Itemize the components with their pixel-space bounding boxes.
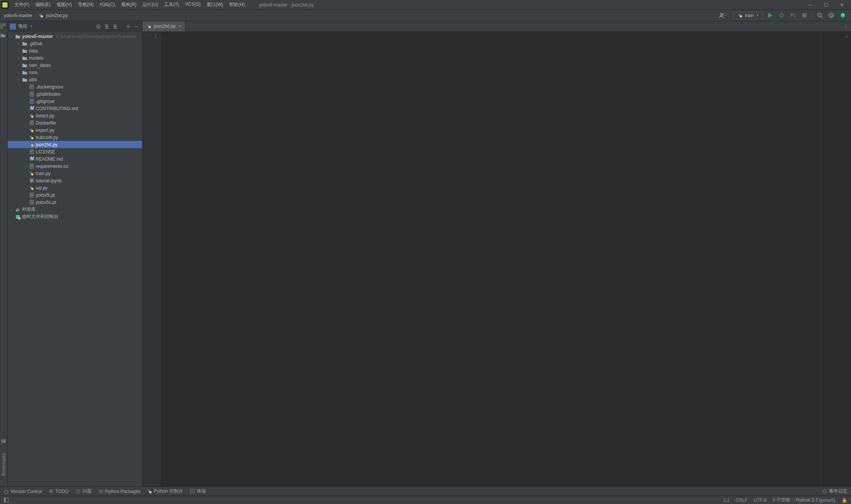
code-editor[interactable]: 1 ✓ <box>142 32 851 487</box>
maximize-button[interactable]: ☐ <box>821 1 831 9</box>
structure-tab[interactable]: 结构 <box>0 444 7 450</box>
analysis-ok-icon[interactable]: ✓ <box>845 34 849 39</box>
run-button[interactable] <box>766 11 775 20</box>
svg-rect-9 <box>3 24 5 26</box>
tool-label: Python Packages <box>105 489 141 494</box>
tree-folder[interactable]: ›utils <box>8 76 142 83</box>
tree-file[interactable]: Dockerfile <box>8 119 142 126</box>
bottom-tool-version-control[interactable]: Version Control <box>4 489 42 494</box>
select-opened-file-icon[interactable] <box>95 23 102 30</box>
menu-item[interactable]: VCS(S) <box>182 0 204 9</box>
tree-file[interactable]: .dockerignore <box>8 83 142 90</box>
code-with-me-button[interactable] <box>838 11 847 20</box>
add-config-button[interactable]: ▾ <box>718 11 727 20</box>
svg-point-51 <box>149 491 152 493</box>
bookmarks-tab[interactable]: Bookmarks <box>1 450 6 479</box>
tree-file[interactable]: requirements.txt <box>8 163 142 170</box>
bottom-tool-todo[interactable]: TODO <box>49 489 68 494</box>
project-icon[interactable] <box>0 33 7 39</box>
tree-root[interactable]: ⌄yolov5-masterC:\Users\xieji\Downloads\y… <box>8 33 142 40</box>
tree-arrow-icon[interactable]: › <box>17 71 21 74</box>
tree-arrow-icon[interactable]: › <box>10 208 14 212</box>
svg-rect-55 <box>4 498 6 502</box>
menu-item[interactable]: 导航(N) <box>75 0 96 9</box>
tree-folder[interactable]: ›.github <box>8 40 142 47</box>
run-configuration-selector[interactable]: train ▼ <box>733 12 763 19</box>
tree-file[interactable]: .gitattributes <box>8 90 142 98</box>
tree-arrow-icon[interactable]: ⌄ <box>10 35 14 38</box>
tree-arrow-icon[interactable]: › <box>17 56 21 60</box>
expand-all-icon[interactable] <box>103 23 110 30</box>
svg-rect-41 <box>17 208 18 212</box>
bottom-tool-终端[interactable]: 终端 <box>190 488 206 495</box>
tree-file[interactable]: LICENSE <box>8 148 142 155</box>
tree-file[interactable]: hubconf.py <box>8 134 142 141</box>
hide-icon[interactable]: ─ <box>133 23 140 30</box>
python-icon <box>737 13 743 18</box>
structure-icon[interactable] <box>0 24 7 30</box>
tree-label: yolov5l.pt <box>36 193 55 198</box>
settings-icon[interactable] <box>125 23 131 30</box>
tree-file[interactable]: export.py <box>8 126 142 134</box>
tree-file[interactable]: yolov5l.pt <box>8 191 142 199</box>
file-type-icon <box>15 214 21 220</box>
tree-folder[interactable]: ›models <box>8 54 142 62</box>
minimize-button[interactable]: ─ <box>805 1 815 9</box>
debug-button[interactable] <box>777 11 786 20</box>
tool-window-quick-access-icon[interactable] <box>4 498 9 502</box>
event-log-button[interactable]: 事件日志 <box>822 488 847 495</box>
tree-arrow-icon[interactable]: › <box>17 42 21 46</box>
dropdown-icon[interactable]: ▼ <box>30 25 33 28</box>
search-button[interactable] <box>815 11 824 20</box>
tree-file[interactable]: val.py <box>8 184 142 191</box>
tree-external-libs[interactable]: ›外部库 <box>8 206 142 213</box>
code-input[interactable] <box>161 32 821 487</box>
breadcrumb: yolov5-master › json2txt.py <box>4 13 68 18</box>
tree-folder[interactable]: ›own_datas <box>8 62 142 69</box>
line-separator[interactable]: CRLF <box>736 498 747 503</box>
settings-button[interactable] <box>827 11 836 20</box>
file-type-icon <box>29 164 34 169</box>
file-encoding[interactable]: UTF-8 <box>754 498 767 503</box>
bottom-tool-python-控制台[interactable]: Python 控制台 <box>147 488 183 495</box>
breadcrumb-root[interactable]: yolov5-master <box>4 13 32 18</box>
coverage-button[interactable] <box>788 11 797 20</box>
tree-arrow-icon[interactable]: › <box>17 78 21 82</box>
close-button[interactable]: ✕ <box>837 1 847 9</box>
menu-item[interactable]: 编辑(E) <box>32 0 54 9</box>
menu-item[interactable]: 帮助(H) <box>226 0 248 9</box>
tree-file[interactable]: MCONTRIBUTING.md <box>8 105 142 112</box>
tree-file[interactable]: train.py <box>8 170 142 177</box>
tree-arrow-icon[interactable]: › <box>17 63 21 67</box>
bottom-tool-python-packages[interactable]: Python Packages <box>98 489 141 494</box>
cursor-position[interactable]: 1:1 <box>723 498 730 503</box>
tab-options-icon[interactable]: ⋮ <box>840 21 851 32</box>
menu-item[interactable]: 文件(F) <box>11 0 32 9</box>
tree-file[interactable]: detect.py <box>8 112 142 119</box>
tree-file[interactable]: .gitignore <box>8 98 142 105</box>
stop-button <box>800 11 809 20</box>
menu-item[interactable]: 运行(U) <box>139 0 161 9</box>
file-type-icon <box>15 34 21 39</box>
editor-tab[interactable]: json2txt.py × <box>142 21 185 32</box>
tree-folder[interactable]: ›runs <box>8 69 142 76</box>
lock-icon[interactable]: 🔒 <box>842 498 847 503</box>
tree-scratches[interactable]: 临时文件和控制台 <box>8 213 142 220</box>
menu-item[interactable]: 工具(T) <box>161 0 182 9</box>
close-tab-icon[interactable]: × <box>179 24 181 29</box>
tree-arrow-icon[interactable]: › <box>17 49 21 53</box>
tree-file[interactable]: json2txt.py <box>8 141 142 148</box>
tree-file[interactable]: yolov5s.pt <box>8 199 142 206</box>
menu-item[interactable]: 视图(V) <box>54 0 75 9</box>
file-type-icon <box>29 135 34 140</box>
tree-folder[interactable]: ›data <box>8 47 142 54</box>
tree-file[interactable]: tutorial.ipynb <box>8 177 142 184</box>
menu-item[interactable]: 窗口(W) <box>204 0 226 9</box>
breadcrumb-file[interactable]: json2txt.py <box>46 13 68 18</box>
menu-item[interactable]: 代码(C) <box>96 0 118 9</box>
tree-file[interactable]: MREADME.md <box>8 155 142 163</box>
bottom-tool-问题[interactable]: 问题 <box>76 488 92 495</box>
collapse-all-icon[interactable] <box>112 23 119 30</box>
menu-item[interactable]: 重构(R) <box>118 0 140 9</box>
file-type-icon <box>22 63 27 68</box>
